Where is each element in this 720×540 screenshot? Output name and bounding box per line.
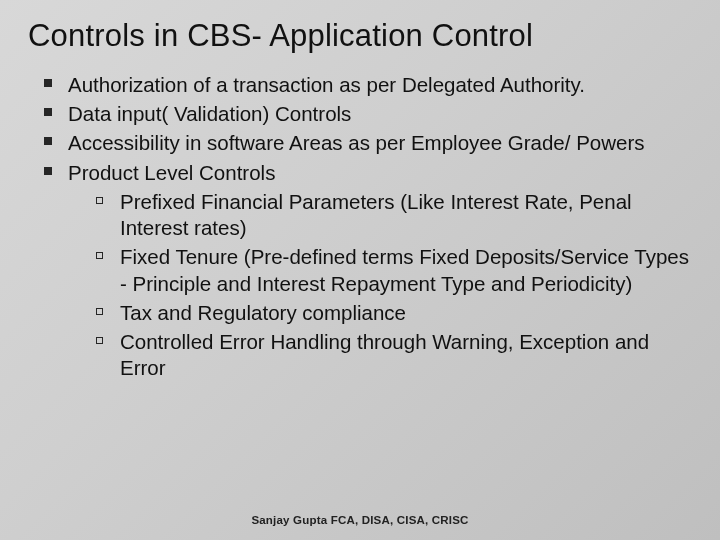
bullet-list: Authorization of a transaction as per De… — [28, 72, 692, 382]
sub-list-item-text: Prefixed Financial Parameters (Like Inte… — [120, 190, 632, 239]
slide-title: Controls in CBS- Application Control — [28, 18, 692, 54]
sub-list-item: Tax and Regulatory compliance — [96, 300, 692, 326]
sub-list-item: Controlled Error Handling through Warnin… — [96, 329, 692, 381]
sub-list-item-text: Controlled Error Handling through Warnin… — [120, 330, 649, 379]
footer-credit: Sanjay Gupta FCA, DISA, CISA, CRISC — [0, 514, 720, 526]
sub-list-item-text: Fixed Tenure (Pre-defined terms Fixed De… — [120, 245, 689, 294]
sub-list-item-text: Tax and Regulatory compliance — [120, 301, 406, 324]
sub-list-item: Prefixed Financial Parameters (Like Inte… — [96, 189, 692, 241]
list-item: Authorization of a transaction as per De… — [44, 72, 692, 98]
sub-bullet-list: Prefixed Financial Parameters (Like Inte… — [68, 189, 692, 382]
list-item: Data input( Validation) Controls — [44, 101, 692, 127]
slide: Controls in CBS- Application Control Aut… — [0, 0, 720, 540]
list-item-text: Authorization of a transaction as per De… — [68, 73, 585, 96]
list-item-text: Accessibility in software Areas as per E… — [68, 131, 645, 154]
list-item-text: Product Level Controls — [68, 161, 275, 184]
sub-list-item: Fixed Tenure (Pre-defined terms Fixed De… — [96, 244, 692, 296]
list-item: Accessibility in software Areas as per E… — [44, 130, 692, 156]
list-item-text: Data input( Validation) Controls — [68, 102, 351, 125]
list-item: Product Level Controls Prefixed Financia… — [44, 160, 692, 382]
